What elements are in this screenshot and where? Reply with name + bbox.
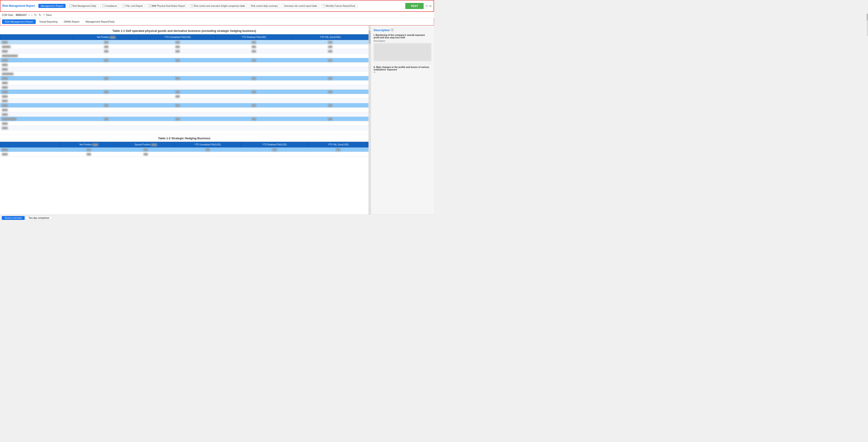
table-row: ████	[0, 121, 368, 126]
table-row: ████████	[0, 72, 368, 76]
table1-title: Table 1-1 Self operated physical goods a…	[0, 27, 368, 34]
panel-section-1-title: I. Monitoring of the company's overall e…	[374, 34, 431, 39]
col-net-position: Net Position ████	[73, 35, 140, 40]
table-row: ████ ███ ███ ███ ███	[0, 103, 368, 108]
pl-limit-tab[interactable]: P&L Limit Report	[121, 4, 145, 8]
physical-deal-tab[interactable]: Physical Deal Notice Report	[147, 4, 187, 8]
tab-visual-reporting[interactable]: Visual Reporting	[37, 20, 60, 24]
refresh2-btn[interactable]: ↻	[39, 13, 41, 17]
col2-ytd-realised: YTD Realised P&I(USD)	[241, 142, 308, 147]
tab-icon-bar	[152, 5, 156, 7]
spacer-row	[0, 130, 368, 135]
table-row: ████	[0, 126, 368, 130]
bottom-tabs: Source overseas Two-day comparison	[0, 214, 434, 221]
table-row: ████ ███ ███	[0, 152, 368, 157]
prev-btn[interactable]: ‹	[29, 13, 30, 17]
table-row: ██████ ███ ███ ███ ███	[0, 44, 368, 49]
risk-management-daily-tab[interactable]: Risk Management Daily	[67, 4, 98, 8]
table-row: ████	[0, 112, 368, 117]
col2-ytd-sum: YTD P&L Sum(USD)	[308, 142, 368, 147]
table-row: ████	[0, 85, 368, 90]
col2-net-position: Net Position ████	[60, 142, 117, 147]
checkbox-icon	[102, 5, 104, 7]
title-bar: Risk Management Report Management Report…	[0, 0, 434, 12]
col-ytd-unrealised: YTD Unrealised P&I(USD)	[140, 35, 216, 40]
table1: Net Position ████ YTD Unrealised P&I(USD…	[0, 34, 368, 135]
panel-section-1: I. Monitoring of the company's overall e…	[374, 34, 431, 61]
checkbox-icon	[69, 5, 72, 7]
report-area[interactable]: Table 1-1 Self operated physical goods a…	[0, 26, 368, 214]
info-icon[interactable]: ⓘ	[391, 28, 394, 32]
table-row: ████ ███ ███ ███ ███ ███	[0, 147, 368, 152]
table-row: ████ ███ ███ ███ ███	[0, 58, 368, 63]
two-day-comparison-tab[interactable]: Two-day comparison	[26, 216, 52, 220]
refresh-btn[interactable]: ↻	[34, 13, 37, 17]
table-row: ████ ███ ███ ███ ███	[0, 90, 368, 94]
monthly-futures-tab[interactable]: Monthly Futures Report(Test)	[321, 4, 358, 8]
source-overseas-tab[interactable]: Source overseas	[2, 216, 25, 220]
section2-dash	[374, 72, 375, 72]
tab-management-report-test[interactable]: Management Report(Test)	[83, 20, 117, 24]
panel-section-2-title: II. Main changes in the profits and loss…	[374, 66, 431, 71]
compliance-tab[interactable]: Compliance	[100, 4, 119, 8]
panel-desc-label: Description:	[374, 40, 431, 42]
col2-ytd-unrealised: YTD Unrealised P&I(USD)	[174, 142, 241, 147]
tab-drms-report[interactable]: DRMS Report	[61, 20, 82, 24]
app-title: Risk Management Report	[2, 4, 35, 7]
management-report-btn[interactable]: Management Report	[38, 4, 66, 8]
save-btn[interactable]: ✓ Save	[43, 13, 52, 16]
col2-spread-position: Spread Position ████	[117, 142, 174, 147]
checkbox-icon	[149, 5, 151, 7]
table2-header-row: Net Position ████ Spread Position ████ Y…	[0, 142, 368, 147]
tab-risk-management[interactable]: Risk Management Report	[2, 20, 36, 24]
table-row: ██████████ ███ ███ ███ ███	[0, 117, 368, 121]
table-row: ████ ███ ███ ███ ███	[0, 49, 368, 54]
tab-row: Risk Management Report Visual Reporting …	[0, 18, 434, 25]
title-bar-right: TEST ⊖ ⊕	[405, 3, 432, 9]
scrollbar-thumb[interactable]	[369, 31, 370, 44]
table-row: ████	[0, 108, 368, 112]
window-controls: ⊖ ⊕	[426, 4, 432, 8]
panel-section-2: II. Main changes in the profits and loss…	[374, 66, 431, 72]
test-button[interactable]: TEST	[405, 3, 424, 9]
table2-title: Table 1-2 Strategic Hedging Business	[0, 135, 368, 142]
next-btn[interactable]: ›	[31, 13, 33, 17]
panel-title: Description ⓘ	[374, 28, 431, 32]
overseas-risk-tab[interactable]: Overseas risk control report table	[282, 4, 319, 8]
risk-control-freight-tab[interactable]: Risk control and execution freight compa…	[189, 4, 247, 8]
col-name	[0, 35, 73, 40]
table-row: ███████████	[0, 54, 368, 58]
table-row: ████ ███ ███ ███ ███	[0, 40, 368, 44]
table-row: ████	[0, 99, 368, 103]
cob-label: COB Date:	[2, 13, 14, 16]
table-row: ████ ███	[0, 94, 368, 99]
table-row: ████	[0, 67, 368, 72]
col2-name	[0, 142, 61, 147]
col-ytd-sum: YTD P&L Sum(USD)	[292, 35, 368, 40]
table-row: ████ ███ ███ ███ ███	[0, 76, 368, 80]
table2: Net Position ████ Spread Position ████ Y…	[0, 142, 368, 157]
main-layout: Table 1-1 Self operated physical goods a…	[0, 26, 434, 214]
checkbox-icon	[323, 5, 325, 7]
checkbox-icon	[191, 5, 193, 7]
risk-control-daily-tab[interactable]: Risk control daily summary	[249, 4, 280, 8]
cob-value: 20221117	[16, 13, 27, 16]
title-bar-left: Risk Management Report Management Report…	[2, 4, 358, 8]
col-ytd-realised: YTD Realised P&I(USD)	[216, 35, 292, 40]
right-panel: Description ⓘ I. Monitoring of the compa…	[371, 26, 434, 214]
save-check-icon: ✓	[43, 13, 45, 16]
tab-container: Risk Management Report Visual Reporting …	[0, 18, 434, 26]
table-row: ████	[0, 80, 368, 85]
vertical-scrollbar[interactable]	[368, 26, 371, 214]
checkbox-icon	[123, 5, 125, 7]
table-row: ████	[0, 63, 368, 67]
panel-desc-content	[374, 43, 431, 61]
cob-row: COB Date: 20221117 ‹ › ↻ ↻ ✓ Save	[0, 12, 434, 18]
table1-header-row: Net Position ████ YTD Unrealised P&I(USD…	[0, 35, 368, 40]
